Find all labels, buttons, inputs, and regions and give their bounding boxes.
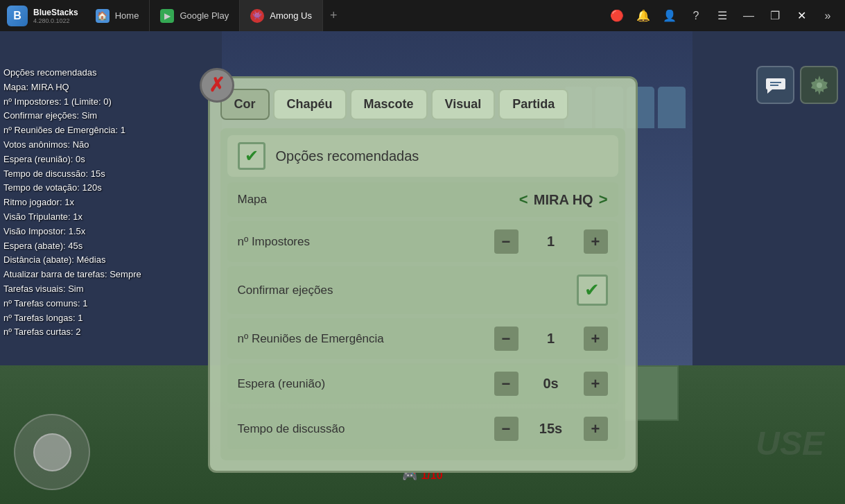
impostores-value: 1: [527, 234, 575, 250]
mapa-control: < MIRA HQ >: [519, 191, 608, 209]
menu-button[interactable]: ☰: [712, 6, 733, 26]
tab-chapeu[interactable]: Chapéu: [273, 89, 347, 120]
setting-ejections: Confirmar ejeções ✔: [227, 266, 618, 314]
game-background: USE Dambat Opções recomendadas Mapa: MIR…: [0, 31, 845, 504]
discussao-control: − 15s +: [494, 417, 608, 441]
discussao-minus-button[interactable]: −: [494, 417, 519, 441]
setting-discussao: Tempo de discussão − 15s +: [227, 408, 618, 449]
ejections-checkbox[interactable]: ✔: [577, 275, 608, 306]
account-button[interactable]: 👤: [659, 6, 680, 26]
setting-reunioes: nº Reuniões de Emergência − 1 +: [227, 318, 618, 359]
titlebar: B BlueStacks 4.280.0.1022 🏠 Home ▶ Googl…: [0, 0, 845, 31]
alert-button[interactable]: 🔴: [607, 6, 627, 26]
impostores-control: − 1 +: [494, 229, 608, 254]
tab-google-play[interactable]: ▶ Google Play: [150, 0, 240, 31]
setting-impostores: nº Impostores − 1 +: [227, 221, 618, 262]
espera-plus-button[interactable]: +: [584, 372, 608, 396]
expand-button[interactable]: »: [817, 6, 838, 26]
bluestacks-logo: B BlueStacks 4.280.0.1022: [0, 6, 85, 26]
ejections-control: ✔: [577, 275, 608, 306]
mapa-prev-button[interactable]: <: [519, 191, 528, 209]
reunioes-value: 1: [527, 331, 575, 347]
bluestacks-icon: B: [7, 6, 28, 26]
titlebar-controls: 🔴 🔔 👤 ? ☰ — ❐ ✕ »: [607, 6, 845, 26]
modal-close-button[interactable]: ✗: [200, 68, 234, 103]
espera-minus-button[interactable]: −: [494, 372, 519, 396]
help-button[interactable]: ?: [686, 6, 706, 26]
add-tab-button[interactable]: +: [323, 8, 345, 23]
modal-overlay: ✗ Cor Chapéu Mascote Visual Partida ✔ Op…: [0, 62, 845, 504]
app-name: BlueStacks: [33, 8, 78, 17]
app-version: 4.280.0.1022: [33, 17, 78, 24]
restore-button[interactable]: ❐: [765, 6, 785, 26]
mapa-value: MIRA HQ: [534, 192, 593, 208]
mapa-label: Mapa: [238, 193, 519, 207]
discussao-value: 15s: [527, 421, 575, 437]
close-button[interactable]: ✕: [791, 6, 812, 26]
settings-modal: ✗ Cor Chapéu Mascote Visual Partida ✔ Op…: [208, 76, 638, 473]
among-us-tab-icon: 👾: [250, 9, 264, 23]
tab-partida[interactable]: Partida: [498, 89, 568, 120]
tab-google-play-label: Google Play: [180, 10, 229, 21]
setting-espera: Espera (reunião) − 0s +: [227, 363, 618, 404]
espera-control: − 0s +: [494, 372, 608, 396]
bell-button[interactable]: 🔔: [633, 6, 654, 26]
reunioes-plus-button[interactable]: +: [584, 327, 608, 351]
recommended-label: Opções recomendadas: [276, 148, 419, 164]
recommended-checkbox[interactable]: ✔: [238, 142, 265, 170]
bluestacks-text: BlueStacks 4.280.0.1022: [33, 8, 78, 24]
reunioes-label: nº Reuniões de Emergência: [238, 332, 494, 346]
google-play-tab-icon: ▶: [160, 9, 174, 23]
espera-value: 0s: [527, 376, 575, 392]
ejections-label: Confirmar ejeções: [238, 284, 577, 297]
tab-among-us-label: Among Us: [270, 10, 312, 21]
discussao-plus-button[interactable]: +: [584, 417, 608, 441]
tab-among-us[interactable]: 👾 Among Us: [240, 0, 323, 31]
tab-visual[interactable]: Visual: [431, 89, 496, 120]
recommended-row: ✔ Opções recomendadas: [227, 135, 618, 177]
impostores-plus-button[interactable]: +: [584, 229, 608, 254]
discussao-label: Tempo de discussão: [238, 422, 494, 436]
modal-content-area: ✔ Opções recomendadas Mapa < MIRA HQ > n…: [220, 128, 625, 460]
tab-home-label: Home: [115, 10, 139, 21]
impostores-minus-button[interactable]: −: [494, 229, 519, 254]
espera-label: Espera (reunião): [238, 377, 494, 391]
reunioes-control: − 1 +: [494, 327, 608, 351]
impostores-label: nº Impostores: [238, 235, 494, 249]
tab-home[interactable]: 🏠 Home: [85, 0, 150, 31]
setting-mapa: Mapa < MIRA HQ >: [227, 182, 618, 217]
close-x-icon: ✗: [209, 76, 225, 95]
minimize-button[interactable]: —: [738, 6, 759, 26]
home-tab-icon: 🏠: [96, 9, 110, 23]
reunioes-minus-button[interactable]: −: [494, 327, 519, 351]
modal-tab-bar: Cor Chapéu Mascote Visual Partida: [220, 89, 625, 120]
mapa-next-button[interactable]: >: [599, 191, 608, 209]
tab-mascote[interactable]: Mascote: [350, 89, 428, 120]
